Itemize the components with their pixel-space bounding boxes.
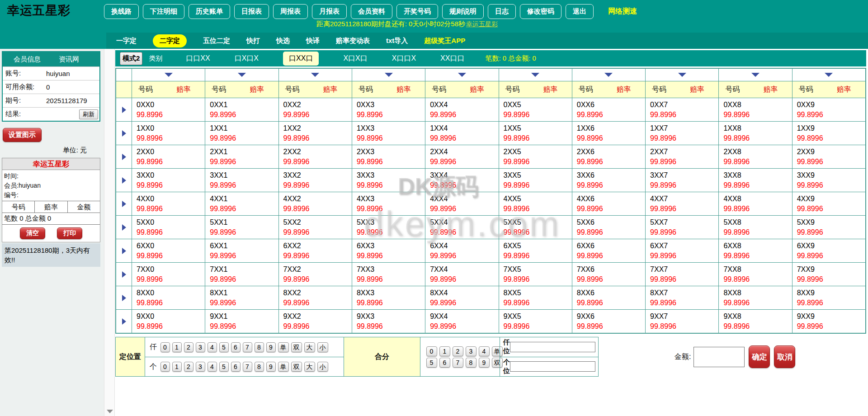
chevron-right-icon[interactable]	[122, 295, 126, 301]
position-key[interactable]: 单	[278, 342, 289, 352]
chevron-right-icon[interactable]	[122, 201, 126, 207]
bet-cell[interactable]: 1XX199.8996	[205, 121, 278, 145]
topnav-button[interactable]: 修改密码	[520, 4, 561, 19]
bet-cell[interactable]: 1XX099.8996	[132, 121, 205, 145]
subnav-item[interactable]: 五位二定	[203, 37, 230, 45]
mode-tab[interactable]: X口X口	[343, 54, 367, 63]
mode-tab[interactable]: 口XX口	[283, 52, 319, 66]
combo-key[interactable]: 6	[439, 358, 450, 368]
subnav-item[interactable]: 一字定	[116, 37, 137, 45]
position-key[interactable]: 5	[219, 362, 229, 372]
subnav-item[interactable]: 二字定	[153, 34, 187, 47]
bet-cell[interactable]: 5XX199.8996	[205, 215, 278, 239]
bet-cell[interactable]: 1XX899.8996	[718, 121, 792, 145]
position-key[interactable]: 4	[208, 362, 217, 372]
bet-cell[interactable]: 8XX299.8996	[278, 286, 352, 309]
topnav-button[interactable]: 下注明细	[143, 4, 184, 19]
bet-cell[interactable]: 0XX199.8996	[205, 98, 278, 121]
digit-input[interactable]	[510, 342, 595, 352]
bet-cell[interactable]: 7XX999.8996	[792, 262, 865, 286]
clear-button[interactable]: 清空	[20, 227, 45, 239]
bet-cell[interactable]: 5XX299.8996	[278, 215, 352, 239]
bet-cell[interactable]: 1XX699.8996	[572, 121, 645, 145]
digit-input[interactable]	[510, 361, 595, 372]
bet-cell[interactable]: 5XX799.8996	[645, 215, 718, 239]
bet-cell[interactable]: 3XX899.8996	[718, 168, 792, 192]
bet-cell[interactable]: 7XX299.8996	[278, 262, 352, 286]
bet-cell[interactable]: 4XX199.8996	[205, 192, 278, 215]
position-key[interactable]: 小	[317, 342, 328, 352]
bet-cell[interactable]: 8XX899.8996	[718, 286, 792, 309]
bet-cell[interactable]: 5XX399.8996	[352, 215, 425, 239]
position-key[interactable]: 单	[278, 362, 289, 372]
bet-cell[interactable]: 8XX799.8996	[645, 286, 718, 309]
combo-key[interactable]: 1	[439, 346, 450, 356]
bet-cell[interactable]: 4XX699.8996	[572, 192, 645, 215]
bet-cell[interactable]: 1XX799.8996	[645, 121, 718, 145]
bet-cell[interactable]: 2XX899.8996	[718, 145, 792, 168]
bet-cell[interactable]: 1XX499.8996	[425, 121, 498, 145]
bet-cell[interactable]: 4XX599.8996	[499, 192, 572, 215]
topnav-button[interactable]: 规则说明	[442, 4, 484, 19]
chevron-down-icon[interactable]	[604, 73, 613, 77]
mode-tab[interactable]: XX口口	[440, 54, 464, 63]
bet-cell[interactable]: 2XX999.8996	[792, 145, 865, 168]
position-key[interactable]: 7	[243, 342, 252, 352]
countdown-suffix-link[interactable]: 幸运五星彩	[466, 20, 498, 28]
subnav-item[interactable]: 赔率变动表	[336, 37, 370, 45]
bet-cell[interactable]: 3XX799.8996	[645, 168, 718, 192]
bet-cell[interactable]: 8XX599.8996	[499, 286, 572, 309]
bet-cell[interactable]: 9XX199.8996	[205, 309, 278, 333]
bet-cell[interactable]: 8XX099.8996	[132, 286, 205, 309]
bet-cell[interactable]: 0XX499.8996	[425, 98, 498, 121]
position-key[interactable]: 2	[184, 342, 193, 352]
topnav-button[interactable]: 历史账单	[189, 4, 230, 19]
position-key[interactable]: 大	[304, 362, 315, 372]
chevron-down-icon[interactable]	[311, 73, 319, 77]
chevron-down-icon[interactable]	[458, 73, 466, 77]
mode-button[interactable]: 模式2	[120, 52, 142, 65]
tab-news-site[interactable]: 资讯网	[59, 55, 79, 64]
bet-cell[interactable]: 7XX799.8996	[645, 262, 718, 286]
chevron-down-icon[interactable]	[238, 73, 246, 77]
bet-cell[interactable]: 1XX999.8996	[792, 121, 865, 145]
combo-key[interactable]: 8	[466, 358, 476, 368]
position-key[interactable]: 小	[317, 362, 328, 372]
bet-cell[interactable]: 9XX899.8996	[718, 309, 792, 333]
topnav-button[interactable]: 日报表	[234, 4, 269, 19]
bet-cell[interactable]: 8XX499.8996	[425, 286, 498, 309]
bet-cell[interactable]: 0XX899.8996	[718, 98, 792, 121]
chevron-down-icon[interactable]	[751, 73, 760, 77]
cancel-button[interactable]: 取消	[774, 345, 795, 368]
bet-cell[interactable]: 9XX299.8996	[278, 309, 352, 333]
bet-cell[interactable]: 2XX599.8996	[499, 145, 572, 168]
bet-cell[interactable]: 5XX699.8996	[572, 215, 645, 239]
bet-cell[interactable]: 6XX599.8996	[499, 239, 572, 262]
bet-cell[interactable]: 9XX099.8996	[132, 309, 205, 333]
combo-key[interactable]: 3	[466, 346, 476, 356]
bet-cell[interactable]: 3XX099.8996	[132, 168, 205, 192]
subnav-item[interactable]: 快选	[276, 37, 290, 45]
chevron-right-icon[interactable]	[122, 271, 126, 278]
position-key[interactable]: 9	[266, 362, 276, 372]
bet-cell[interactable]: 1XX299.8996	[278, 121, 352, 145]
position-key[interactable]: 3	[196, 362, 205, 372]
chevron-down-icon[interactable]	[678, 73, 686, 77]
position-key[interactable]: 6	[231, 342, 241, 352]
chevron-right-icon[interactable]	[122, 130, 126, 137]
bet-cell[interactable]: 6XX899.8996	[718, 239, 792, 262]
bet-cell[interactable]: 2XX499.8996	[425, 145, 498, 168]
sidebar-scrollbar[interactable]	[104, 49, 115, 416]
combo-key[interactable]: 9	[479, 358, 490, 368]
bet-cell[interactable]: 7XX899.8996	[718, 262, 792, 286]
bet-cell[interactable]: 6XX399.8996	[352, 239, 425, 262]
chevron-right-icon[interactable]	[122, 154, 126, 160]
bet-cell[interactable]: 9XX499.8996	[425, 309, 498, 333]
topnav-button[interactable]: 退出	[566, 4, 594, 19]
bet-cell[interactable]: 7XX499.8996	[425, 262, 498, 286]
topnav-button[interactable]: 会员资料	[351, 4, 392, 19]
bet-cell[interactable]: 6XX999.8996	[792, 239, 865, 262]
bet-cell[interactable]: 3XX599.8996	[499, 168, 572, 192]
bet-cell[interactable]: 4XX999.8996	[792, 192, 865, 215]
topnav-button[interactable]: 换线路	[104, 4, 139, 19]
